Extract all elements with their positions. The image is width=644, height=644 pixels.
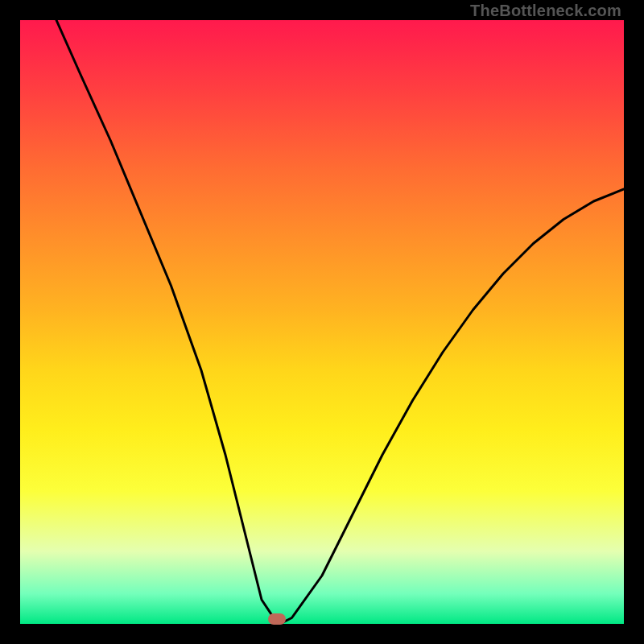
chart-frame: TheBottleneck.com (0, 0, 644, 644)
optimal-point-marker (268, 613, 286, 625)
watermark-text: TheBottleneck.com (470, 2, 621, 20)
bottleneck-curve (20, 20, 624, 624)
